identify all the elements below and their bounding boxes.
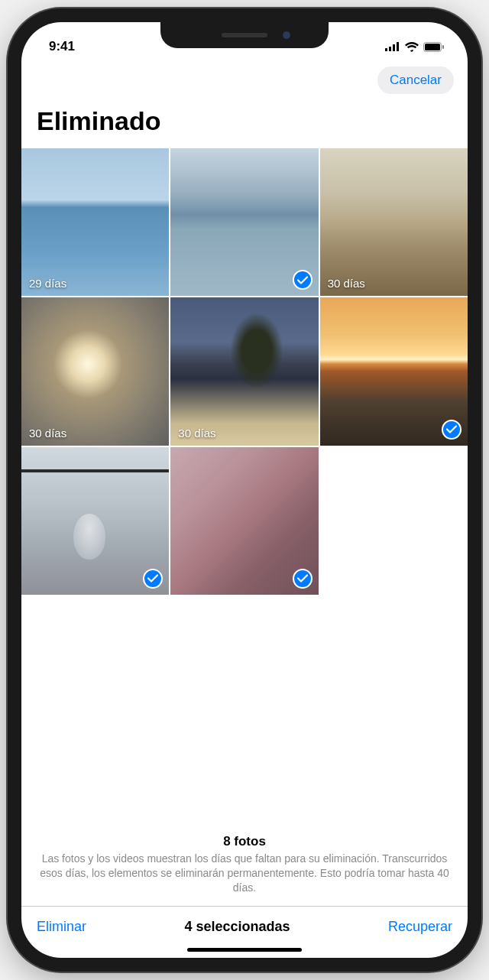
- wifi-icon: [405, 42, 419, 52]
- screen: 9:41 Cancelar Eliminado 29 días30 días30…: [21, 22, 468, 958]
- status-time: 9:41: [49, 39, 75, 54]
- svg-rect-2: [393, 44, 395, 51]
- selected-check-icon: [442, 420, 461, 440]
- phone-frame: 9:41 Cancelar Eliminado 29 días30 días30…: [8, 8, 481, 972]
- photo-count: 8 fotos: [37, 834, 452, 849]
- photo-image: [320, 148, 468, 296]
- front-camera: [283, 31, 290, 39]
- days-remaining-label: 30 días: [29, 427, 66, 440]
- selected-check-icon: [293, 569, 313, 589]
- svg-rect-0: [385, 48, 387, 51]
- days-remaining-label: 30 días: [178, 427, 215, 440]
- photo-thumbnail[interactable]: 30 días: [320, 148, 468, 296]
- nav-bar: Cancelar: [21, 60, 468, 102]
- photo-image: [21, 297, 169, 445]
- recover-button[interactable]: Recuperar: [388, 919, 452, 935]
- svg-rect-1: [389, 47, 391, 51]
- status-right: [385, 42, 445, 52]
- photo-thumbnail[interactable]: [320, 297, 468, 445]
- page-title: Eliminado: [21, 102, 468, 148]
- notch: [160, 22, 329, 48]
- footer-info: 8 fotos Las fotos y los videos muestran …: [21, 834, 468, 906]
- photo-image: [21, 148, 169, 296]
- selection-count: 4 seleccionadas: [184, 919, 290, 935]
- photo-thumbnail[interactable]: [170, 447, 318, 595]
- photo-thumbnail[interactable]: [170, 148, 318, 296]
- battery-icon: [423, 42, 445, 52]
- home-indicator[interactable]: [187, 948, 302, 952]
- days-remaining-label: 29 días: [29, 277, 66, 290]
- cellular-signal-icon: [385, 42, 400, 51]
- delete-button[interactable]: Eliminar: [37, 919, 86, 935]
- svg-rect-6: [442, 45, 444, 49]
- selected-check-icon: [293, 270, 313, 290]
- svg-rect-5: [425, 44, 440, 50]
- deletion-description: Las fotos y los videos muestran los días…: [37, 852, 452, 895]
- cancel-button[interactable]: Cancelar: [377, 67, 454, 94]
- photo-thumbnail[interactable]: [21, 447, 169, 595]
- photo-thumbnail[interactable]: 30 días: [21, 297, 169, 445]
- days-remaining-label: 30 días: [328, 277, 365, 290]
- spacer: [21, 595, 468, 834]
- photo-image: [170, 297, 318, 445]
- photo-thumbnail[interactable]: 30 días: [170, 297, 318, 445]
- photo-grid: 29 días30 días30 días30 días: [21, 148, 468, 595]
- speaker: [222, 33, 267, 37]
- svg-rect-3: [397, 42, 399, 51]
- photo-thumbnail[interactable]: 29 días: [21, 148, 169, 296]
